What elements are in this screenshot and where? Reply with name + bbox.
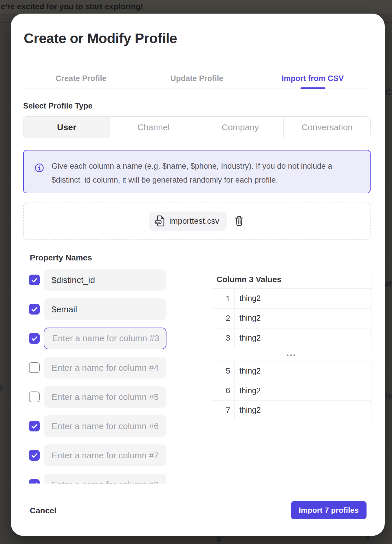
column-5-checkbox[interactable]	[29, 392, 40, 402]
row-index: 6	[212, 381, 235, 400]
segment-conversation[interactable]: Conversation	[284, 117, 370, 138]
column-8-name-input[interactable]: Enter a name for column #8	[44, 474, 166, 484]
background-text-fragment: ata	[385, 280, 392, 288]
segment-company[interactable]: Company	[197, 117, 284, 138]
info-note-line2: $distinct_id column, it will be generate…	[52, 173, 332, 187]
svg-text:csv: csv	[156, 221, 160, 224]
trash-icon	[234, 215, 244, 227]
column-4-name-input[interactable]: Enter a name for column #4	[44, 357, 166, 378]
profile-type-segmented-control: User Channel Company Conversation	[23, 116, 371, 138]
select-profile-type-label: Select Profile Type	[23, 100, 93, 111]
property-row: Enter a name for column #7	[11, 444, 196, 466]
segment-channel[interactable]: Channel	[110, 117, 197, 138]
table-row: 5 thing2	[212, 361, 371, 381]
tab-update-profile[interactable]: Update Profile	[139, 71, 255, 85]
property-names-label: Property Names	[30, 253, 92, 263]
segment-user[interactable]: User	[23, 117, 110, 138]
csv-file-icon: csv	[155, 215, 165, 227]
column-2-name-input[interactable]: $email	[44, 298, 166, 320]
file-upload-dropzone[interactable]: csv importtest.csv	[23, 203, 371, 240]
uploaded-file-name: importtest.csv	[169, 216, 219, 226]
column-values-header: Column 3 Values	[212, 270, 371, 289]
table-row: 6 thing2	[212, 381, 371, 401]
row-index: 1	[212, 289, 235, 308]
cancel-button[interactable]: Cancel	[30, 505, 56, 517]
csv-file-chip[interactable]: csv importtest.csv	[149, 212, 227, 231]
column-7-checkbox[interactable]	[29, 450, 40, 461]
background-banner-text: e're excited for you to start exploring!	[0, 0, 392, 14]
row-index: 2	[212, 308, 235, 328]
property-row: Enter a name for column #3	[11, 328, 196, 349]
row-value: thing2	[235, 381, 371, 400]
column-values-table-bottom: 5 thing2 6 thing2 7 thing2	[212, 361, 371, 420]
row-value: thing2	[235, 308, 371, 328]
info-note-text: Give each column a name (e.g. $name, $ph…	[52, 159, 332, 193]
import-profiles-button[interactable]: Import 7 profiles	[291, 501, 367, 519]
column-6-checkbox[interactable]	[29, 421, 40, 431]
column-values-table-top: Column 3 Values 1 thing2 2 thing2 3 thin…	[212, 270, 371, 348]
tab-import-from-csv[interactable]: Import from CSV	[255, 71, 371, 85]
column-6-name-input[interactable]: Enter a name for column #6	[44, 415, 166, 437]
property-row: $distinct_id	[11, 269, 196, 291]
property-row: Enter a name for column #5	[11, 386, 196, 408]
row-value: thing2	[235, 361, 371, 381]
page-title: Create or Modify Profile	[24, 30, 177, 46]
column-3-name-input[interactable]: Enter a name for column #3	[44, 328, 166, 349]
table-row: 1 thing2	[212, 289, 371, 308]
column-5-name-input[interactable]: Enter a name for column #5	[44, 386, 166, 408]
active-tab-underline	[301, 87, 325, 89]
background-text-fragment: lal	[385, 391, 392, 400]
create-or-modify-profile-dialog: Create or Modify Profile Create Profile …	[11, 14, 385, 536]
property-row: Enter a name for column #6	[11, 415, 196, 437]
column-1-name-input[interactable]: $distinct_id	[44, 269, 166, 291]
table-row: 3 thing2	[212, 328, 371, 348]
info-note-line1: Give each column a name (e.g. $name, $ph…	[52, 159, 332, 173]
column-3-checkbox[interactable]	[29, 333, 40, 344]
tab-create-profile[interactable]: Create Profile	[23, 71, 139, 85]
row-value: thing2	[235, 328, 371, 348]
column-2-checkbox[interactable]	[29, 304, 40, 315]
property-row: $email	[11, 298, 196, 320]
column-1-checkbox[interactable]	[29, 275, 40, 285]
column-8-checkbox[interactable]	[29, 479, 40, 484]
column-4-checkbox[interactable]	[29, 362, 40, 373]
property-row: Enter a name for column #8	[11, 474, 196, 484]
row-index: 5	[212, 361, 235, 381]
column-7-name-input[interactable]: Enter a name for column #7	[44, 444, 166, 466]
rows-ellipsis: •••	[212, 352, 371, 359]
row-value: thing2	[235, 400, 371, 420]
row-value: thing2	[235, 289, 371, 308]
table-row: 2 thing2	[212, 308, 371, 328]
background-text-fragment: g	[0, 383, 3, 391]
background-text-fragment: Col	[385, 88, 392, 97]
delete-file-button[interactable]	[234, 215, 245, 227]
info-note: Give each column a name (e.g. $name, $ph…	[23, 150, 371, 193]
table-row: 7 thing2	[212, 400, 371, 420]
row-index: 3	[212, 328, 235, 348]
row-index: 7	[212, 400, 235, 420]
info-icon	[35, 163, 44, 172]
property-row: Enter a name for column #4	[11, 357, 196, 378]
